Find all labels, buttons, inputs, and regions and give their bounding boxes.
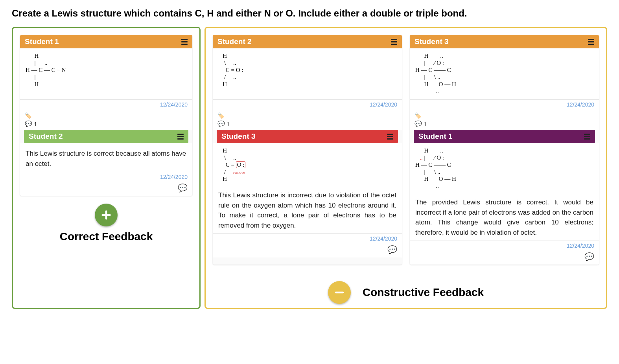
menu-icon[interactable] bbox=[588, 39, 594, 45]
feedback-structure: H \ .. C = O : / remove H bbox=[213, 143, 402, 185]
menu-icon[interactable] bbox=[177, 134, 184, 140]
menu-icon[interactable] bbox=[584, 134, 590, 140]
card-header: Student 1 bbox=[20, 35, 192, 48]
lewis-diagram-annotated: H .. .. | ⁄ O : H — C —— C | \ .. H O — … bbox=[415, 147, 593, 189]
feedback-structure: H .. .. | ⁄ O : H — C —— C | \ .. H O — … bbox=[410, 143, 599, 192]
comment-bubble-icon: 💬 bbox=[25, 120, 32, 127]
constructive-feedback-panel: Student 2 H \ .. C = O : / .. H 12/24/20… bbox=[204, 27, 607, 309]
comment-count: 1 bbox=[424, 121, 427, 127]
minus-button[interactable] bbox=[328, 281, 351, 304]
constructive-feedback-label: Constructive Feedback bbox=[363, 286, 484, 299]
lewis-structure: H .. | ⁄ O : H — C —— C | \ .. H O — H .… bbox=[410, 48, 599, 99]
feedback-date: 12/24/2020 bbox=[20, 172, 192, 183]
comment-count-row[interactable]: 💬 1 bbox=[25, 120, 188, 127]
plus-button[interactable] bbox=[95, 204, 118, 226]
student-name: Student 1 bbox=[25, 37, 59, 46]
assignment-prompt: Create a Lewis structure which contains … bbox=[12, 8, 607, 19]
card-meta: 🏷️ 💬 1 bbox=[20, 111, 192, 130]
feedback-text: The provided Lewis structure is correct.… bbox=[410, 192, 599, 241]
lewis-diagram: H \ .. C = O : / .. H bbox=[218, 52, 396, 88]
student3-post-card: Student 3 H .. | ⁄ O : H — C —— C | \ ..… bbox=[410, 35, 599, 265]
student1-post-card: Student 1 H | .. H — C — C ≡ N | H 12/24… bbox=[20, 35, 192, 196]
tag-icon[interactable]: 🏷️ bbox=[415, 112, 594, 119]
date-footer: 12/24/2020 bbox=[20, 99, 192, 111]
menu-icon[interactable] bbox=[387, 134, 393, 140]
card-meta: 🏷️ 💬 1 bbox=[213, 111, 402, 130]
menu-icon[interactable] bbox=[391, 39, 397, 45]
feedback-date: 12/24/2020 bbox=[410, 241, 599, 252]
feedback-header: Student 3 bbox=[217, 130, 398, 143]
feedback-author: Student 1 bbox=[418, 132, 453, 141]
lewis-diagram: H | .. H — C — C ≡ N | H bbox=[26, 52, 187, 88]
tag-icon[interactable]: 🏷️ bbox=[25, 112, 188, 119]
comment-count-row[interactable]: 💬 1 bbox=[217, 120, 397, 127]
comment-count-row[interactable]: 💬 1 bbox=[415, 120, 594, 127]
speech-bubble-icon[interactable]: 💬 bbox=[20, 183, 192, 196]
feedback-header: Student 1 bbox=[414, 130, 595, 143]
feedback-text: This Lewis structure is incorrect due to… bbox=[213, 185, 402, 233]
comment-bubble-icon: 💬 bbox=[217, 120, 225, 127]
comment-count: 1 bbox=[227, 121, 230, 127]
speech-bubble-icon[interactable]: 💬 bbox=[410, 252, 599, 265]
student-name: Student 3 bbox=[415, 37, 449, 46]
card-header: Student 3 bbox=[410, 35, 599, 48]
comment-count: 1 bbox=[34, 121, 37, 127]
date-footer: 12/24/2020 bbox=[213, 99, 402, 111]
feedback-author: Student 3 bbox=[221, 132, 256, 141]
speech-bubble-icon[interactable]: 💬 bbox=[213, 245, 402, 257]
feedback-author: Student 2 bbox=[29, 132, 63, 141]
constructive-label-row: Constructive Feedback bbox=[206, 281, 606, 304]
card-header: Student 2 bbox=[213, 35, 402, 48]
feedback-text: This Lewis structure is correct because … bbox=[20, 143, 192, 172]
lewis-structure: H | .. H — C — C ≡ N | H bbox=[20, 48, 192, 99]
correct-feedback-panel: Student 1 H | .. H — C — C ≡ N | H 12/24… bbox=[12, 27, 201, 309]
student2-post-card: Student 2 H \ .. C = O : / .. H 12/24/20… bbox=[213, 35, 402, 265]
card-meta: 🏷️ 💬 1 bbox=[410, 111, 599, 130]
comment-bubble-icon: 💬 bbox=[415, 120, 422, 127]
date-footer: 12/24/2020 bbox=[410, 99, 599, 111]
menu-icon[interactable] bbox=[181, 39, 188, 45]
lewis-structure: H \ .. C = O : / .. H bbox=[213, 48, 402, 99]
correct-feedback-label: Correct Feedback bbox=[20, 230, 192, 243]
tag-icon[interactable]: 🏷️ bbox=[217, 112, 397, 119]
feedback-header: Student 2 bbox=[24, 130, 188, 143]
lewis-diagram-annotated: H \ .. C = O : / remove H bbox=[218, 147, 396, 182]
feedback-columns: Student 1 H | .. H — C — C ≡ N | H 12/24… bbox=[12, 27, 607, 309]
lewis-diagram: H .. | ⁄ O : H — C —— C | \ .. H O — H .… bbox=[415, 52, 593, 95]
feedback-date: 12/24/2020 bbox=[213, 233, 402, 245]
student-name: Student 2 bbox=[217, 37, 252, 46]
